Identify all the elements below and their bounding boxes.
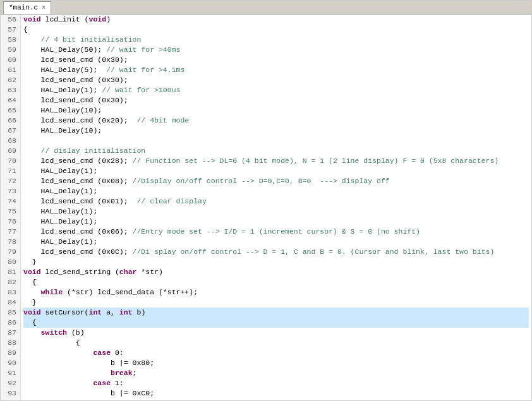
code-token: (*str) lcd_send_data (*str++); (63, 288, 198, 296)
line-numbers: 5657585960616263646566676869707172737475… (1, 15, 21, 400)
line-number: 60 (3, 55, 16, 65)
table-row: HAL_Delay(5); // wait for >4.1ms (23, 65, 529, 75)
line-number: 94 (3, 398, 16, 400)
code-token: ) (106, 15, 111, 23)
table-row: void lcd_init (void) (23, 15, 529, 25)
code-token: // wait for >4.1ms (106, 66, 184, 74)
line-number: 70 (3, 156, 16, 166)
line-number: 81 (3, 267, 16, 277)
line-number: 57 (3, 25, 16, 35)
code-token: HAL_Delay(5); (23, 66, 106, 74)
table-row: b |= 0xC0; (23, 388, 529, 398)
code-token: //Display on/off control --> D=0,C=0, B=… (133, 177, 390, 185)
code-token: lcd_send_cmd (0x30); (23, 56, 128, 64)
table-row: HAL_Delay(1); (23, 217, 529, 227)
line-number: 89 (3, 348, 16, 358)
tab-close-button[interactable]: × (42, 4, 45, 11)
code-token: (b) (67, 328, 85, 337)
table-row: HAL_Delay(1); // wait for >100us (23, 85, 529, 95)
code-token (23, 288, 41, 296)
line-number: 83 (3, 287, 16, 297)
code-token: switch (41, 328, 67, 337)
line-number: 82 (3, 277, 16, 287)
table-row: while (*str) lcd_send_data (*str++); (23, 287, 529, 297)
code-token (23, 399, 111, 400)
code-token: void (23, 308, 41, 316)
code-token: ; (133, 399, 137, 400)
table-row: b |= 0x80; (23, 358, 529, 368)
code-token: lcd_send_cmd (0x01); (23, 197, 136, 205)
editor-container: *main.c × 565758596061626364656667686970… (0, 0, 532, 401)
table-row: // 4 bit initialisation (23, 35, 529, 45)
table-row: HAL_Delay(1); (23, 186, 529, 196)
code-token: lcd_send_cmd (0x28); (23, 157, 133, 165)
table-row: break; (23, 398, 529, 400)
code-token: { (23, 338, 80, 347)
code-token: break (111, 399, 133, 400)
table-row: switch (b) (23, 328, 529, 338)
code-token: void (23, 15, 41, 23)
code-content[interactable]: void lcd_init (void){ // 4 bit initialis… (21, 15, 531, 400)
line-number: 88 (3, 338, 16, 348)
code-token: } (23, 298, 37, 306)
table-row: void lcd_send_string (char *str) (23, 267, 529, 277)
code-token: *str) (136, 268, 162, 276)
code-token: while (41, 288, 63, 296)
code-token (23, 369, 111, 377)
code-token: HAL_Delay(50); (23, 45, 106, 54)
code-token: } (23, 258, 37, 266)
code-token: // dislay initialisation (41, 147, 146, 155)
line-number: 64 (3, 95, 16, 105)
table-row: lcd_send_cmd (0x01); // clear display (23, 196, 529, 206)
code-token: int (89, 308, 102, 316)
table-row: case 1: (23, 378, 529, 388)
code-token: HAL_Delay(10); (23, 106, 102, 114)
table-row: lcd_send_cmd (0x0C); //Di splay on/off c… (23, 247, 529, 257)
code-token (23, 147, 41, 155)
line-number: 68 (3, 136, 16, 146)
code-token: HAL_Delay(1); (23, 237, 97, 246)
table-row: } (23, 257, 529, 267)
code-token: // wait for >100us (102, 86, 180, 94)
code-token: b |= 0xC0; (23, 389, 154, 397)
code-token: a, (102, 308, 119, 316)
code-token: HAL_Delay(1); (23, 86, 102, 94)
code-token: HAL_Delay(1); (23, 207, 97, 215)
table-row: { (23, 318, 529, 328)
table-row: HAL_Delay(10); (23, 105, 529, 116)
table-row: { (23, 25, 529, 35)
code-token (23, 379, 93, 387)
code-token: // 4bit mode (136, 116, 189, 124)
line-number: 87 (3, 328, 16, 338)
code-token: // wait for >40ms (106, 45, 180, 54)
line-number: 72 (3, 176, 16, 186)
code-token: //Entry mode set --> I/D = 1 (increment … (133, 227, 420, 236)
tab-bar: *main.c × (1, 1, 531, 15)
line-number: 69 (3, 146, 16, 156)
code-token: lcd_send_cmd (0x06); (23, 227, 133, 236)
code-token: //Di splay on/off control --> D = 1, C a… (133, 248, 495, 256)
line-number: 84 (3, 297, 16, 308)
line-number: 85 (3, 308, 16, 318)
table-row (23, 136, 529, 146)
code-token: // 4 bit initialisation (41, 35, 142, 44)
line-number: 92 (3, 378, 16, 388)
line-number: 67 (3, 126, 16, 136)
main-tab[interactable]: *main.c × (3, 1, 51, 14)
line-number: 71 (3, 166, 16, 176)
code-token: // Function set --> DL=0 (4 bit mode), N… (133, 157, 499, 165)
line-number: 86 (3, 318, 16, 328)
table-row: } (23, 297, 529, 308)
line-number: 79 (3, 247, 16, 257)
line-number: 91 (3, 368, 16, 378)
code-token: int (119, 308, 133, 316)
table-row: // dislay initialisation (23, 146, 529, 156)
code-token: void (23, 268, 41, 276)
line-number: 75 (3, 206, 16, 217)
code-token (23, 328, 41, 337)
code-token: lcd_send_cmd (0x0C); (23, 248, 133, 256)
table-row: lcd_send_cmd (0x28); // Function set -->… (23, 156, 529, 166)
code-token: { (23, 25, 28, 33)
line-number: 77 (3, 227, 16, 237)
line-number: 76 (3, 217, 16, 227)
